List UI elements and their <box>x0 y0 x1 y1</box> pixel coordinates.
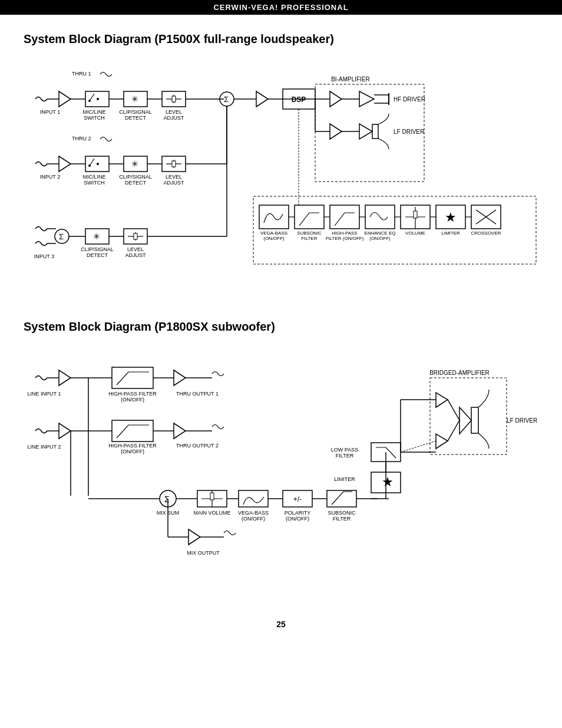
svg-text:★: ★ <box>382 475 394 489</box>
header-title: CERWIN-VEGA! PROFESSIONAL <box>213 3 348 12</box>
svg-marker-90 <box>330 124 342 139</box>
svg-text:MIC/LINE: MIC/LINE <box>82 174 105 180</box>
svg-marker-75 <box>256 91 268 107</box>
svg-text:(ON/OFF): (ON/OFF) <box>369 236 391 241</box>
svg-line-4 <box>90 94 94 101</box>
svg-marker-84 <box>359 91 374 107</box>
svg-text:(ON/OFF): (ON/OFF) <box>121 449 144 454</box>
svg-rect-93 <box>372 124 378 139</box>
svg-marker-1 <box>59 91 71 107</box>
svg-text:CROSSOVER: CROSSOVER <box>471 230 501 236</box>
svg-rect-100 <box>330 205 359 229</box>
svg-text:HF DRIVER: HF DRIVER <box>394 96 425 103</box>
svg-marker-190 <box>436 434 448 449</box>
svg-text:LEVEL: LEVEL <box>127 246 144 252</box>
svg-text:INPUT 3: INPUT 3 <box>34 253 54 259</box>
svg-point-5 <box>88 100 91 102</box>
svg-rect-45 <box>172 161 176 167</box>
svg-text:SWITCH: SWITCH <box>84 180 105 186</box>
svg-line-198 <box>448 420 459 441</box>
svg-text:(ON/OFF): (ON/OFF) <box>121 397 144 403</box>
svg-point-34 <box>97 163 99 165</box>
svg-text:★: ★ <box>445 210 457 225</box>
svg-text:CLIP/SIGNAL: CLIP/SIGNAL <box>81 246 114 252</box>
svg-text:ADJUST: ADJUST <box>163 115 184 121</box>
svg-text:VEGA-BASS: VEGA-BASS <box>238 510 269 516</box>
svg-marker-146 <box>174 423 186 439</box>
svg-text:THRU 1: THRU 1 <box>72 71 91 77</box>
svg-text:CLIP/SIGNAL: CLIP/SIGNAL <box>119 109 152 115</box>
svg-text:THRU 2: THRU 2 <box>72 136 91 141</box>
svg-marker-135 <box>174 370 186 386</box>
svg-text:INPUT 1: INPUT 1 <box>40 109 60 115</box>
header-bar: CERWIN-VEGA! PROFESSIONAL <box>0 0 562 15</box>
svg-rect-66 <box>134 233 137 239</box>
svg-text:HIGH-PASS: HIGH-PASS <box>332 230 357 236</box>
section2-title: System Block Diagram (P1800SX subwoofer) <box>24 320 538 334</box>
svg-marker-82 <box>330 91 342 107</box>
svg-text:VOLUME: VOLUME <box>405 230 425 236</box>
svg-text:LF DRIVER: LF DRIVER <box>394 129 424 135</box>
svg-text:POLARITY: POLARITY <box>285 510 311 516</box>
svg-text:FILTER: FILTER <box>336 453 354 459</box>
diagram-p1800sx: LINE INPUT 1 HIGH-PASS FILTER (ON/OFF) T… <box>24 342 538 608</box>
svg-text:LEVEL: LEVEL <box>166 174 182 180</box>
svg-text:THRU OUTPUT 2: THRU OUTPUT 2 <box>176 443 219 449</box>
svg-text:LF DRIVER: LF DRIVER <box>507 417 537 424</box>
svg-text:INPUT 2: INPUT 2 <box>40 174 60 180</box>
svg-text:LINE INPUT 1: LINE INPUT 1 <box>28 391 61 397</box>
svg-text:MIX OUTPUT: MIX OUTPUT <box>187 550 220 556</box>
svg-marker-92 <box>359 124 372 139</box>
svg-line-196 <box>401 441 436 452</box>
svg-text:BRIDGED-AMPLIFIER: BRIDGED-AMPLIFIER <box>429 370 490 376</box>
svg-point-33 <box>88 164 91 167</box>
svg-marker-29 <box>59 156 71 172</box>
svg-rect-99 <box>295 205 324 229</box>
svg-marker-130 <box>59 370 71 386</box>
svg-text:LIMITER: LIMITER <box>334 476 355 482</box>
svg-text:LEVEL: LEVEL <box>166 109 182 115</box>
svg-text:SUBSONIC: SUBSONIC <box>328 510 356 516</box>
svg-text:LIMITER: LIMITER <box>441 230 460 236</box>
svg-text:FILTER: FILTER <box>333 516 351 522</box>
svg-text:CLIP/SIGNAL: CLIP/SIGNAL <box>119 174 152 180</box>
svg-text:HIGH-PASS FILTER: HIGH-PASS FILTER <box>108 391 157 397</box>
svg-rect-192 <box>471 407 478 433</box>
svg-text:SUBSONIC: SUBSONIC <box>297 230 322 236</box>
svg-rect-144 <box>112 420 153 442</box>
svg-point-6 <box>97 98 99 100</box>
svg-text:✳: ✳ <box>93 232 100 241</box>
svg-text:✳: ✳ <box>131 94 138 104</box>
svg-text:DSP: DSP <box>292 95 306 104</box>
svg-text:ADJUST: ADJUST <box>163 180 184 186</box>
svg-text:(ON/OFF): (ON/OFF) <box>263 236 285 241</box>
svg-text:+/-: +/- <box>293 495 302 503</box>
svg-text:Σ: Σ <box>59 232 64 241</box>
svg-text:ENHANCE EQ: ENHANCE EQ <box>365 230 396 236</box>
svg-rect-162 <box>210 493 214 500</box>
svg-marker-202 <box>189 529 200 545</box>
svg-text:VEGA-BASS: VEGA-BASS <box>260 230 287 236</box>
svg-text:MIC/LINE: MIC/LINE <box>82 109 105 115</box>
section1-title: System Block Diagram (P1500X full-range … <box>24 32 538 46</box>
svg-text:Σ: Σ <box>164 495 170 504</box>
svg-text:FILTER: FILTER <box>302 236 318 241</box>
svg-text:DETECT: DETECT <box>125 115 147 121</box>
svg-line-32 <box>90 159 94 166</box>
page-number: 25 <box>24 620 538 629</box>
svg-text:DETECT: DETECT <box>125 180 147 186</box>
svg-text:(ON/OFF): (ON/OFF) <box>242 516 265 522</box>
svg-rect-188 <box>430 378 507 454</box>
svg-text:LINE INPUT 2: LINE INPUT 2 <box>28 444 61 450</box>
svg-text:BI-AMPLIFIER: BI-AMPLIFIER <box>331 76 370 83</box>
svg-text:THRU OUTPUT 1: THRU OUTPUT 1 <box>176 391 219 397</box>
svg-rect-174 <box>327 490 356 507</box>
svg-text:FILTER (ON/OFF): FILTER (ON/OFF) <box>326 236 364 241</box>
svg-marker-189 <box>436 393 448 407</box>
svg-text:(ON/OFF): (ON/OFF) <box>286 516 309 522</box>
svg-text:HIGH-PASS FILTER: HIGH-PASS FILTER <box>108 443 157 449</box>
svg-text:LOW PASS: LOW PASS <box>331 447 358 453</box>
svg-marker-191 <box>459 407 471 434</box>
svg-text:ADJUST: ADJUST <box>125 252 146 258</box>
svg-rect-105 <box>414 211 417 218</box>
